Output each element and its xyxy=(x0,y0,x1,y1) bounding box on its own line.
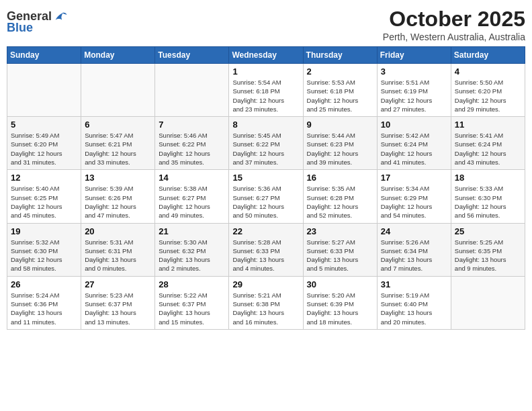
calendar-week-row: 19Sunrise: 5:32 AM Sunset: 6:30 PM Dayli… xyxy=(7,223,525,276)
title-block: October 2025 Perth, Western Australia, A… xyxy=(383,7,525,42)
table-row: 30Sunrise: 5:20 AM Sunset: 6:39 PM Dayli… xyxy=(303,276,377,329)
day-number: 21 xyxy=(159,226,225,236)
day-number: 19 xyxy=(11,226,77,236)
logo: General Blue xyxy=(7,9,68,35)
day-number: 23 xyxy=(307,226,373,236)
day-info: Sunrise: 5:36 AM Sunset: 6:27 PM Dayligh… xyxy=(232,184,299,220)
table-row xyxy=(81,64,155,117)
day-info: Sunrise: 5:47 AM Sunset: 6:21 PM Dayligh… xyxy=(85,131,151,167)
table-row: 20Sunrise: 5:31 AM Sunset: 6:31 PM Dayli… xyxy=(81,223,155,276)
table-row: 22Sunrise: 5:28 AM Sunset: 6:33 PM Dayli… xyxy=(229,223,303,276)
day-number: 10 xyxy=(381,120,447,130)
table-row: 7Sunrise: 5:46 AM Sunset: 6:22 PM Daylig… xyxy=(155,117,229,170)
table-row: 25Sunrise: 5:25 AM Sunset: 6:35 PM Dayli… xyxy=(451,223,525,276)
table-row: 24Sunrise: 5:26 AM Sunset: 6:34 PM Dayli… xyxy=(377,223,451,276)
day-number: 27 xyxy=(85,279,151,289)
day-number: 31 xyxy=(381,279,447,289)
day-number: 18 xyxy=(455,173,521,183)
table-row: 16Sunrise: 5:35 AM Sunset: 6:28 PM Dayli… xyxy=(303,170,377,223)
day-info: Sunrise: 5:51 AM Sunset: 6:19 PM Dayligh… xyxy=(381,78,447,113)
col-friday: Friday xyxy=(377,47,451,64)
day-info: Sunrise: 5:24 AM Sunset: 6:36 PM Dayligh… xyxy=(11,291,77,326)
day-info: Sunrise: 5:54 AM Sunset: 6:18 PM Dayligh… xyxy=(232,78,299,113)
day-info: Sunrise: 5:46 AM Sunset: 6:22 PM Dayligh… xyxy=(159,131,225,167)
day-number: 24 xyxy=(381,226,447,236)
day-info: Sunrise: 5:40 AM Sunset: 6:25 PM Dayligh… xyxy=(11,184,77,220)
day-number: 14 xyxy=(159,173,225,183)
table-row: 28Sunrise: 5:22 AM Sunset: 6:37 PM Dayli… xyxy=(155,276,229,329)
day-number: 28 xyxy=(159,279,225,289)
table-row: 31Sunrise: 5:19 AM Sunset: 6:40 PM Dayli… xyxy=(377,276,451,329)
day-number: 20 xyxy=(85,226,151,236)
table-row: 18Sunrise: 5:33 AM Sunset: 6:30 PM Dayli… xyxy=(451,170,525,223)
table-row: 26Sunrise: 5:24 AM Sunset: 6:36 PM Dayli… xyxy=(7,276,81,329)
col-tuesday: Tuesday xyxy=(155,47,229,64)
table-row: 14Sunrise: 5:38 AM Sunset: 6:27 PM Dayli… xyxy=(155,170,229,223)
day-number: 3 xyxy=(381,66,447,77)
col-monday: Monday xyxy=(81,47,155,64)
day-number: 7 xyxy=(159,120,225,130)
day-number: 15 xyxy=(232,173,299,183)
subtitle: Perth, Western Australia, Australia xyxy=(383,32,525,42)
table-row: 15Sunrise: 5:36 AM Sunset: 6:27 PM Dayli… xyxy=(229,170,303,223)
table-row: 23Sunrise: 5:27 AM Sunset: 6:33 PM Dayli… xyxy=(303,223,377,276)
table-row: 3Sunrise: 5:51 AM Sunset: 6:19 PM Daylig… xyxy=(377,64,451,117)
day-number: 25 xyxy=(455,226,521,236)
day-number: 13 xyxy=(85,173,151,183)
day-info: Sunrise: 5:34 AM Sunset: 6:29 PM Dayligh… xyxy=(381,184,447,220)
day-number: 11 xyxy=(455,120,521,130)
table-row: 8Sunrise: 5:45 AM Sunset: 6:22 PM Daylig… xyxy=(229,117,303,170)
table-row: 21Sunrise: 5:30 AM Sunset: 6:32 PM Dayli… xyxy=(155,223,229,276)
day-info: Sunrise: 5:23 AM Sunset: 6:37 PM Dayligh… xyxy=(85,291,151,326)
table-row: 5Sunrise: 5:49 AM Sunset: 6:20 PM Daylig… xyxy=(7,117,81,170)
day-info: Sunrise: 5:26 AM Sunset: 6:34 PM Dayligh… xyxy=(381,238,447,273)
day-number: 17 xyxy=(381,173,447,183)
calendar-week-row: 1Sunrise: 5:54 AM Sunset: 6:18 PM Daylig… xyxy=(7,64,525,117)
day-number: 4 xyxy=(455,66,521,77)
table-row: 4Sunrise: 5:50 AM Sunset: 6:20 PM Daylig… xyxy=(451,64,525,117)
table-row: 6Sunrise: 5:47 AM Sunset: 6:21 PM Daylig… xyxy=(81,117,155,170)
calendar-week-row: 26Sunrise: 5:24 AM Sunset: 6:36 PM Dayli… xyxy=(7,276,525,329)
day-info: Sunrise: 5:32 AM Sunset: 6:30 PM Dayligh… xyxy=(11,238,77,273)
day-number: 8 xyxy=(232,120,299,130)
day-info: Sunrise: 5:28 AM Sunset: 6:33 PM Dayligh… xyxy=(232,238,299,273)
col-thursday: Thursday xyxy=(303,47,377,64)
table-row: 1Sunrise: 5:54 AM Sunset: 6:18 PM Daylig… xyxy=(229,64,303,117)
calendar-week-row: 12Sunrise: 5:40 AM Sunset: 6:25 PM Dayli… xyxy=(7,170,525,223)
table-row: 17Sunrise: 5:34 AM Sunset: 6:29 PM Dayli… xyxy=(377,170,451,223)
day-number: 5 xyxy=(11,120,77,130)
table-row: 11Sunrise: 5:41 AM Sunset: 6:24 PM Dayli… xyxy=(451,117,525,170)
day-info: Sunrise: 5:44 AM Sunset: 6:23 PM Dayligh… xyxy=(307,131,373,167)
day-number: 1 xyxy=(232,66,299,77)
day-info: Sunrise: 5:39 AM Sunset: 6:26 PM Dayligh… xyxy=(85,184,151,220)
day-number: 29 xyxy=(232,279,299,289)
calendar-week-row: 5Sunrise: 5:49 AM Sunset: 6:20 PM Daylig… xyxy=(7,117,525,170)
day-info: Sunrise: 5:42 AM Sunset: 6:24 PM Dayligh… xyxy=(381,131,447,167)
table-row: 27Sunrise: 5:23 AM Sunset: 6:37 PM Dayli… xyxy=(81,276,155,329)
table-row: 10Sunrise: 5:42 AM Sunset: 6:24 PM Dayli… xyxy=(377,117,451,170)
day-info: Sunrise: 5:38 AM Sunset: 6:27 PM Dayligh… xyxy=(159,184,225,220)
header: General Blue October 2025 Perth, Western… xyxy=(7,7,525,42)
col-saturday: Saturday xyxy=(451,47,525,64)
table-row xyxy=(155,64,229,117)
day-info: Sunrise: 5:50 AM Sunset: 6:20 PM Dayligh… xyxy=(455,78,521,113)
calendar-table: Sunday Monday Tuesday Wednesday Thursday… xyxy=(7,46,525,330)
day-info: Sunrise: 5:41 AM Sunset: 6:24 PM Dayligh… xyxy=(455,131,521,167)
logo-bird-icon xyxy=(53,9,68,24)
day-info: Sunrise: 5:35 AM Sunset: 6:28 PM Dayligh… xyxy=(307,184,373,220)
day-info: Sunrise: 5:21 AM Sunset: 6:38 PM Dayligh… xyxy=(232,291,299,326)
day-number: 22 xyxy=(232,226,299,236)
table-row: 19Sunrise: 5:32 AM Sunset: 6:30 PM Dayli… xyxy=(7,223,81,276)
calendar-header-row: Sunday Monday Tuesday Wednesday Thursday… xyxy=(7,47,525,64)
col-sunday: Sunday xyxy=(7,47,81,64)
day-number: 2 xyxy=(307,66,373,77)
day-number: 16 xyxy=(307,173,373,183)
day-info: Sunrise: 5:33 AM Sunset: 6:30 PM Dayligh… xyxy=(455,184,521,220)
day-number: 9 xyxy=(307,120,373,130)
day-info: Sunrise: 5:49 AM Sunset: 6:20 PM Dayligh… xyxy=(11,131,77,167)
table-row xyxy=(7,64,81,117)
table-row: 12Sunrise: 5:40 AM Sunset: 6:25 PM Dayli… xyxy=(7,170,81,223)
day-info: Sunrise: 5:27 AM Sunset: 6:33 PM Dayligh… xyxy=(307,238,373,273)
day-info: Sunrise: 5:53 AM Sunset: 6:18 PM Dayligh… xyxy=(307,78,373,113)
table-row: 9Sunrise: 5:44 AM Sunset: 6:23 PM Daylig… xyxy=(303,117,377,170)
